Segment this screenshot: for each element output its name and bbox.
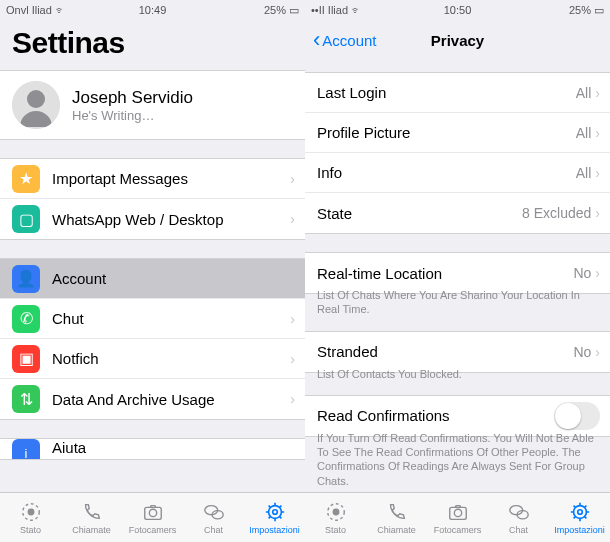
data-icon: ⇅ — [12, 385, 40, 413]
row-data-usage[interactable]: ⇅ Data And Archive Usage › — [0, 379, 305, 419]
row-last-login[interactable]: Last Login All › — [305, 73, 610, 113]
bell-icon: ▣ — [12, 345, 40, 373]
row-label: Stranded — [317, 343, 573, 360]
chat-icon: ✆ — [12, 305, 40, 333]
chevron-right-icon: › — [290, 391, 295, 407]
phone-icon — [80, 500, 104, 524]
row-value: No — [573, 265, 591, 281]
tab-status[interactable]: Stato — [305, 500, 366, 535]
tab-calls[interactable]: Chiamate — [366, 500, 427, 535]
svg-point-11 — [333, 509, 339, 515]
nav-title: Privacy — [431, 32, 484, 49]
tab-label: Stato — [325, 525, 346, 535]
svg-point-13 — [454, 509, 461, 516]
row-blocked[interactable]: Stranded No › — [305, 332, 610, 372]
wifi-icon: ᯤ — [351, 4, 362, 16]
battery-pct: 25% — [569, 4, 591, 16]
tab-settings[interactable]: Impostazioni — [549, 500, 610, 535]
row-label: Info — [317, 164, 576, 181]
wifi-icon: ᯤ — [55, 4, 66, 16]
nav-bar: ‹ Account Privacy — [305, 20, 610, 60]
row-value: No — [573, 344, 591, 360]
row-value: All — [576, 85, 592, 101]
battery-icon: ▭ — [594, 4, 604, 17]
row-label: State — [317, 205, 522, 222]
read-confirmations-toggle[interactable] — [554, 402, 600, 430]
svg-point-1 — [27, 90, 45, 108]
chevron-right-icon: › — [595, 125, 600, 141]
chevron-right-icon: › — [290, 271, 295, 287]
read-note: If You Turn Off Read Confirmations. You … — [305, 427, 610, 502]
tab-settings[interactable]: Impostazioni — [244, 500, 305, 535]
row-label: Read Confirmations — [317, 407, 554, 424]
row-label: WhatsApp Web / Desktop — [52, 211, 290, 228]
tab-bar: Stato Chiamate Fotocamers Chat Impostazi… — [0, 492, 305, 542]
key-icon: 👤 — [12, 265, 40, 293]
tab-chat[interactable]: Chat — [488, 500, 549, 535]
status-time: 10:50 — [444, 4, 472, 16]
chevron-left-icon: ‹ — [313, 27, 320, 53]
row-label: Importapt Messages — [52, 170, 290, 187]
tab-calls[interactable]: Chiamate — [61, 500, 122, 535]
tab-label: Impostazioni — [554, 525, 605, 535]
row-label: Data And Archive Usage — [52, 391, 290, 408]
profile-row[interactable]: Joseph Servidio He's Writing… — [0, 70, 305, 140]
screen-privacy: ••II Iliad ᯤ 10:50 25% ▭ ‹ Account Priva… — [305, 0, 610, 542]
svg-point-3 — [28, 509, 34, 515]
row-starred[interactable]: ★ Importapt Messages › — [0, 159, 305, 199]
svg-point-5 — [149, 509, 156, 516]
row-read-confirmations[interactable]: Read Confirmations — [305, 396, 610, 436]
back-label: Account — [322, 32, 376, 49]
tab-camera[interactable]: Fotocamers — [122, 500, 183, 535]
row-account[interactable]: 👤 Account › — [0, 259, 305, 299]
row-profile-picture[interactable]: Profile Picture All › — [305, 113, 610, 153]
camera-icon — [446, 500, 470, 524]
chevron-right-icon: › — [595, 205, 600, 221]
row-notifications[interactable]: ▣ Notfich › — [0, 339, 305, 379]
row-info[interactable]: Info All › — [305, 153, 610, 193]
tab-bar: Stato Chiamate Fotocamers Chat Impostazi… — [305, 492, 610, 542]
avatar — [12, 81, 60, 129]
row-chat[interactable]: ✆ Chut › — [0, 299, 305, 339]
chevron-right-icon: › — [290, 351, 295, 367]
carrier-text: ••II Iliad — [311, 4, 348, 16]
tab-label: Chiamate — [377, 525, 416, 535]
status-icon — [324, 500, 348, 524]
row-state[interactable]: State 8 Excluded › — [305, 193, 610, 233]
row-label: Last Login — [317, 84, 576, 101]
back-button[interactable]: ‹ Account — [313, 27, 377, 53]
status-bar: ••II Iliad ᯤ 10:50 25% ▭ — [305, 0, 610, 20]
profile-sub: He's Writing… — [72, 108, 193, 123]
tab-label: Chat — [204, 525, 223, 535]
status-icon — [19, 500, 43, 524]
row-whatsapp-web[interactable]: ▢ WhatsApp Web / Desktop › — [0, 199, 305, 239]
row-label: Chut — [52, 310, 290, 327]
row-label: Notfich — [52, 350, 290, 367]
tab-label: Chiamate — [72, 525, 111, 535]
chevron-right-icon: › — [290, 171, 295, 187]
row-value: 8 Excluded — [522, 205, 591, 221]
screen-settings: Onvl Iliad ᯤ 10:49 25% ▭ Settinas Joseph… — [0, 0, 305, 542]
status-bar: Onvl Iliad ᯤ 10:49 25% ▭ — [0, 0, 305, 20]
info-icon: i — [12, 439, 40, 459]
chevron-right-icon: › — [290, 211, 295, 227]
tab-chat[interactable]: Chat — [183, 500, 244, 535]
tab-camera[interactable]: Fotocamers — [427, 500, 488, 535]
row-label: Profile Picture — [317, 124, 576, 141]
chevron-right-icon: › — [290, 311, 295, 327]
tab-label: Chat — [509, 525, 528, 535]
gear-icon — [263, 500, 287, 524]
chat-bubbles-icon — [507, 500, 531, 524]
row-help[interactable]: i Aiuta — [0, 439, 305, 459]
row-label: Aiuta — [52, 439, 295, 456]
row-value: All — [576, 165, 592, 181]
svg-point-16 — [573, 506, 586, 519]
chevron-right-icon: › — [595, 165, 600, 181]
row-label: Account — [52, 270, 290, 287]
row-realtime-location[interactable]: Real-time Location No › — [305, 253, 610, 293]
tab-label: Stato — [20, 525, 41, 535]
row-label: Real-time Location — [317, 265, 573, 282]
svg-point-9 — [272, 510, 277, 515]
row-value: All — [576, 125, 592, 141]
tab-status[interactable]: Stato — [0, 500, 61, 535]
